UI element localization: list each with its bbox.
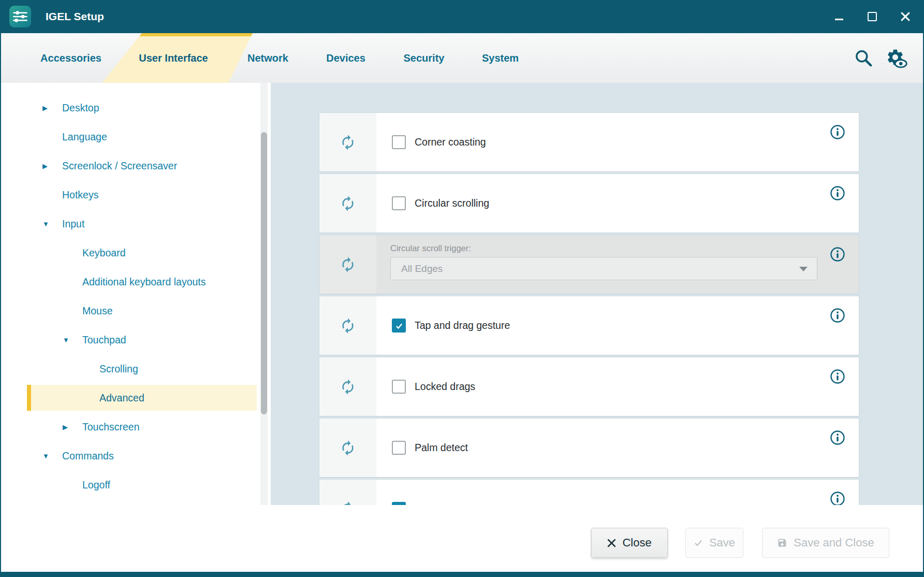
settings-panel: Corner coasting Circular scrolling — [271, 83, 923, 505]
sidebar-item-advanced[interactable]: Advanced — [27, 385, 257, 411]
minimize-button[interactable] — [833, 10, 845, 23]
igel-logo-icon — [9, 6, 31, 27]
navigation-tree: ▶ Desktop Language ▶ Screenlock / Screen… — [1, 83, 271, 505]
circular-scrolling-checkbox-row[interactable]: Circular scrolling — [392, 174, 859, 233]
sidebar-item-desktop[interactable]: ▶ Desktop — [1, 93, 271, 122]
window-controls — [833, 0, 912, 33]
save-button[interactable]: Save — [685, 528, 743, 558]
sidebar-item-label: Input — [62, 218, 84, 230]
sidebar-item-label: Touchscreen — [82, 421, 140, 433]
chevron-down-icon — [799, 267, 808, 271]
save-and-close-button[interactable]: Save and Close — [762, 528, 889, 558]
sidebar-item-commands[interactable]: ▼ Commands — [1, 441, 271, 470]
reset-section — [319, 419, 376, 477]
sidebar-item-touchscreen[interactable]: ▶ Touchscreen — [1, 412, 271, 441]
close-button-label: Close — [622, 536, 651, 550]
checkbox-unchecked[interactable] — [392, 380, 406, 394]
tab-devices[interactable]: Devices — [323, 33, 369, 83]
reset-section — [319, 174, 376, 233]
sidebar-item-language[interactable]: Language — [1, 122, 271, 151]
partial-checkbox-row[interactable] — [392, 480, 859, 505]
sidebar-item-additional-keyboard-layouts[interactable]: Additional keyboard layouts — [1, 267, 271, 296]
window-title: IGEL Setup — [46, 0, 104, 33]
setting-row-partial — [319, 480, 859, 505]
checkbox-label: Locked drags — [415, 381, 475, 393]
tab-network[interactable]: Network — [243, 33, 292, 83]
tap-and-drag-gesture-checkbox-row[interactable]: Tap and drag gesture — [392, 296, 859, 355]
info-icon[interactable] — [830, 308, 845, 323]
corner-coasting-checkbox-row[interactable]: Corner coasting — [392, 113, 859, 171]
close-window-button[interactable] — [899, 10, 912, 23]
sidebar-item-mouse[interactable]: Mouse — [1, 296, 271, 325]
reset-section — [319, 235, 376, 294]
chevron-down-icon[interactable]: ▼ — [63, 336, 82, 344]
reset-icon[interactable] — [340, 440, 356, 456]
reset-icon[interactable] — [340, 379, 356, 395]
sidebar-item-scrolling[interactable]: Scrolling — [1, 354, 271, 383]
footer-bar: Close Save Save and Close — [1, 505, 923, 572]
info-icon[interactable] — [830, 369, 845, 384]
sidebar-item-hotkeys[interactable]: Hotkeys — [1, 180, 271, 209]
sidebar-item-label: Logoff — [82, 479, 110, 491]
checkbox-label: Tap and drag gesture — [415, 320, 510, 331]
sidebar-item-label: Touchpad — [82, 334, 126, 346]
sidebar-item-label: Advanced — [99, 392, 144, 404]
checkbox-label: Palm detect — [415, 442, 468, 454]
sidebar-item-screenlock-screensaver[interactable]: ▶ Screenlock / Screensaver — [1, 151, 271, 180]
sidebar-item-label: Scrolling — [99, 363, 138, 375]
info-icon[interactable] — [830, 430, 845, 445]
setting-row-palm-detect: Palm detect — [319, 419, 859, 477]
checkbox-unchecked[interactable] — [392, 196, 406, 210]
tab-system[interactable]: System — [478, 33, 522, 83]
search-icon[interactable] — [854, 48, 873, 68]
sidebar-item-touchpad[interactable]: ▼ Touchpad — [1, 325, 271, 354]
circular-scroll-trigger-select: All Edges — [390, 257, 817, 280]
reset-icon[interactable] — [340, 134, 356, 151]
save-button-label: Save — [709, 536, 735, 550]
sidebar-item-logoff[interactable]: Logoff — [1, 470, 271, 499]
checkbox-label: Corner coasting — [415, 136, 486, 148]
sidebar-item-keyboard[interactable]: Keyboard — [1, 238, 271, 267]
settings-eye-icon[interactable] — [885, 48, 907, 68]
sidebar-item-input[interactable]: ▼ Input — [1, 209, 271, 238]
reset-icon[interactable] — [340, 195, 356, 212]
reset-icon[interactable] — [340, 318, 356, 334]
reset-icon[interactable] — [340, 501, 356, 506]
tab-accessories[interactable]: Accessories — [40, 33, 102, 83]
sidebar-scrollbar-thumb[interactable] — [261, 132, 267, 414]
palm-detect-checkbox-row[interactable]: Palm detect — [392, 419, 859, 477]
tab-user-interface[interactable]: User Interface — [135, 33, 212, 83]
save-and-close-button-label: Save and Close — [794, 536, 874, 550]
info-icon[interactable] — [830, 491, 845, 505]
tab-bar: Accessories User Interface Network Devic… — [1, 33, 923, 83]
info-icon[interactable] — [830, 124, 845, 140]
info-icon[interactable] — [830, 247, 845, 262]
chevron-right-icon[interactable]: ▶ — [42, 162, 62, 170]
reset-icon[interactable] — [340, 256, 356, 273]
info-icon[interactable] — [830, 185, 845, 201]
sidebar-item-label: Screenlock / Screensaver — [62, 160, 177, 172]
locked-drags-checkbox-row[interactable]: Locked drags — [392, 357, 859, 416]
checkbox-checked[interactable] — [392, 319, 406, 333]
sidebar-item-label: Desktop — [62, 102, 99, 114]
sidebar-item-label: Additional keyboard layouts — [82, 276, 206, 288]
reset-section — [319, 480, 376, 505]
select-value: All Edges — [401, 263, 443, 275]
chevron-down-icon[interactable]: ▼ — [42, 452, 62, 460]
sidebar-item-label: Language — [62, 131, 107, 143]
chevron-right-icon[interactable]: ▶ — [63, 423, 82, 431]
sidebar-item-label: Keyboard — [82, 247, 125, 259]
close-x-icon — [607, 539, 616, 547]
window-bottom-edge — [1, 572, 923, 577]
checkbox-unchecked[interactable] — [392, 441, 406, 455]
setting-row-corner-coasting: Corner coasting — [319, 113, 859, 171]
sidebar-item-label: Commands — [62, 450, 114, 462]
checkbox-unchecked[interactable] — [392, 135, 406, 149]
chevron-down-icon[interactable]: ▼ — [42, 220, 62, 228]
tab-security[interactable]: Security — [401, 33, 447, 83]
chevron-right-icon[interactable]: ▶ — [42, 104, 62, 112]
close-button[interactable]: Close — [591, 528, 668, 558]
sidebar-item-label: Mouse — [82, 305, 113, 317]
setting-row-circular-scrolling: Circular scrolling — [319, 174, 859, 233]
maximize-button[interactable] — [866, 10, 878, 23]
